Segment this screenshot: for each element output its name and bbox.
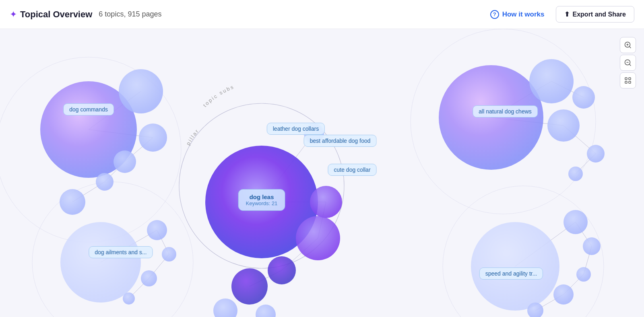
svg-line-4 [72, 182, 105, 202]
svg-line-9 [129, 278, 149, 298]
zoom-in-button[interactable] [620, 37, 636, 53]
svg-point-46 [213, 298, 237, 317]
svg-point-49 [529, 59, 574, 103]
svg-point-33 [96, 173, 114, 191]
svg-point-29 [40, 81, 137, 178]
label-best-food[interactable]: best affordable dog food [304, 135, 377, 147]
svg-point-48 [439, 65, 543, 170]
label-leather-collars[interactable]: leather dog collars [267, 123, 325, 135]
svg-point-51 [572, 86, 595, 109]
header-left: ✦ Topical Overview 6 topics, 915 pages [10, 9, 161, 20]
svg-point-53 [568, 167, 583, 181]
header-right: ? How it works ⬆ Export and Share [485, 6, 634, 23]
svg-point-57 [576, 267, 591, 282]
svg-line-14 [282, 238, 318, 270]
page-subtitle: 6 topics, 915 pages [99, 10, 161, 19]
svg-point-52 [587, 145, 605, 163]
label-dog-ailments[interactable]: dog ailments and s... [89, 246, 153, 258]
svg-line-18 [491, 117, 564, 126]
fit-view-button[interactable] [620, 72, 636, 89]
svg-line-13 [318, 202, 326, 238]
svg-point-36 [147, 220, 167, 240]
svg-line-68 [630, 64, 631, 66]
svg-point-58 [553, 284, 574, 305]
svg-rect-70 [629, 78, 631, 80]
upload-icon: ⬆ [564, 10, 570, 18]
svg-line-8 [149, 254, 169, 278]
svg-rect-71 [625, 81, 627, 83]
svg-text:topic  subs: topic subs [202, 83, 235, 108]
svg-line-2 [125, 138, 153, 162]
svg-point-45 [231, 268, 268, 305]
svg-line-15 [250, 270, 282, 286]
pillar-title: dog leas [246, 193, 278, 200]
svg-point-42 [310, 186, 342, 218]
svg-point-22 [411, 29, 596, 214]
svg-point-54 [471, 222, 559, 311]
zoom-controls [620, 37, 636, 89]
svg-line-25 [584, 246, 592, 274]
how-it-works-button[interactable]: ? How it works [485, 7, 549, 22]
how-it-works-label: How it works [502, 10, 545, 19]
svg-point-31 [139, 124, 167, 152]
svg-point-44 [268, 256, 296, 284]
svg-line-1 [89, 130, 153, 138]
svg-point-50 [547, 109, 580, 142]
sparkle-icon: ✦ [10, 9, 17, 20]
svg-point-56 [583, 237, 601, 255]
canvas-area[interactable]: topic subs pillar dog commands leather d… [0, 29, 644, 317]
svg-line-7 [157, 230, 169, 254]
svg-point-5 [0, 57, 181, 242]
export-share-button[interactable]: ⬆ Export and Share [556, 6, 634, 23]
label-speed-agility[interactable]: speed and agility tr... [479, 268, 543, 280]
svg-point-55 [564, 210, 588, 234]
label-dog-commands[interactable]: dog commands [63, 103, 114, 115]
svg-point-39 [123, 292, 135, 305]
zoom-out-button[interactable] [620, 55, 636, 71]
label-all-natural[interactable]: all natural dog chews [473, 105, 538, 117]
svg-line-20 [564, 126, 596, 154]
svg-rect-72 [629, 81, 631, 83]
svg-line-19 [551, 81, 584, 97]
svg-point-43 [296, 216, 340, 260]
export-label: Export and Share [573, 11, 626, 18]
svg-point-32 [114, 150, 136, 173]
svg-point-35 [60, 222, 141, 303]
help-circle-icon: ? [490, 10, 499, 19]
header: ✦ Topical Overview 6 topics, 915 pages ?… [0, 0, 644, 29]
svg-point-59 [527, 303, 543, 317]
svg-line-3 [105, 162, 125, 182]
svg-rect-69 [625, 78, 627, 80]
svg-point-37 [162, 247, 176, 261]
svg-point-34 [60, 189, 85, 215]
svg-point-30 [119, 69, 163, 113]
svg-line-23 [515, 222, 576, 266]
svg-point-28 [443, 186, 604, 317]
svg-line-24 [576, 222, 592, 246]
svg-line-27 [535, 294, 564, 311]
svg-point-47 [256, 305, 276, 317]
label-dog-leas[interactable]: dog leas Keywords: 21 [238, 189, 285, 211]
label-cute-collar[interactable]: cute dog collar [328, 164, 376, 176]
svg-line-65 [630, 47, 631, 48]
page-title: Topical Overview [20, 9, 92, 20]
svg-line-26 [564, 274, 584, 294]
svg-text:pillar: pillar [185, 128, 200, 146]
svg-point-38 [141, 270, 157, 286]
svg-line-21 [576, 154, 596, 174]
pillar-keywords-count: Keywords: 21 [246, 200, 278, 206]
